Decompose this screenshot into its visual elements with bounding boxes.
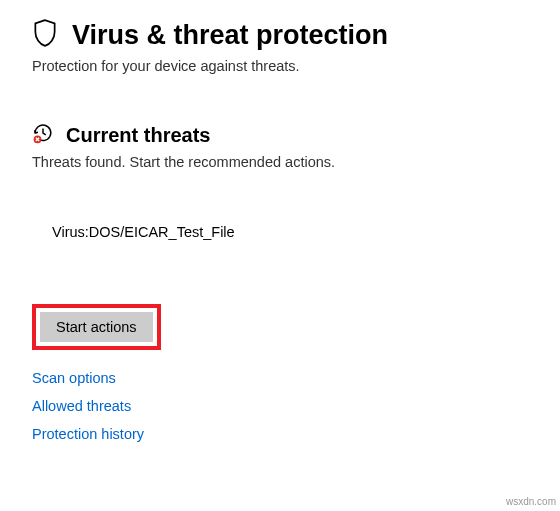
threat-name: Virus:DOS/EICAR_Test_File — [52, 224, 528, 240]
start-actions-button[interactable]: Start actions — [40, 312, 153, 342]
page-header: Virus & threat protection — [32, 18, 528, 52]
section-header: Current threats — [32, 122, 528, 148]
section-title: Current threats — [66, 124, 210, 147]
watermark: wsxdn.com — [506, 496, 556, 507]
highlight-box: Start actions — [32, 304, 161, 350]
section-description: Threats found. Start the recommended act… — [32, 154, 528, 170]
shield-icon — [32, 18, 58, 52]
page-subtitle: Protection for your device against threa… — [32, 58, 528, 74]
link-list: Scan options Allowed threats Protection … — [32, 370, 528, 442]
history-alert-icon — [32, 122, 54, 148]
allowed-threats-link[interactable]: Allowed threats — [32, 398, 528, 414]
page-title: Virus & threat protection — [72, 20, 388, 51]
scan-options-link[interactable]: Scan options — [32, 370, 528, 386]
protection-history-link[interactable]: Protection history — [32, 426, 528, 442]
